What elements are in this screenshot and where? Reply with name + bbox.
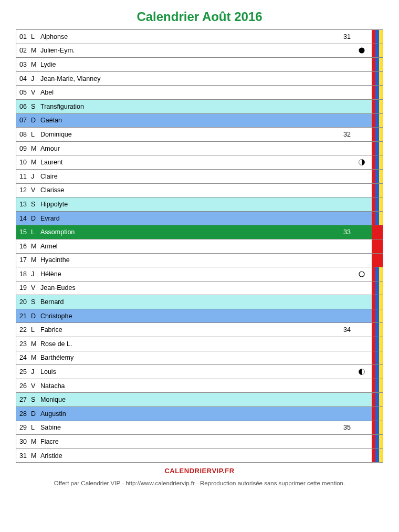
saint-name: Claire [40,173,369,180]
day-number: 07 [19,117,31,124]
day-number: 09 [19,145,31,152]
day-number: 21 [19,312,31,320]
stripe-blue [375,170,379,183]
calendar-row: 26VNatacha [16,379,383,393]
calendar-row: 18JHélène [16,267,383,281]
vacation-stripes [372,351,383,365]
calendar-row: 11JClaire [16,170,383,184]
calendar-row: 03MLydie [16,58,383,72]
stripe-yellow [379,212,383,225]
stripe-yellow [379,100,383,113]
vacation-stripes [372,435,383,448]
vacation-stripes [372,225,383,239]
saint-name: Abel [40,89,369,96]
stripe-blue [375,337,379,351]
day-of-week: M [31,340,40,348]
week-number: 35 [343,424,351,431]
saint-name: Natacha [40,382,369,390]
week-number: 33 [343,228,351,236]
stripe-red [372,337,375,351]
stripe-yellow [379,267,383,281]
day-number: 24 [19,354,31,361]
calendar-row: 04JJean-Marie, Vianney [16,72,383,86]
stripe-red [372,254,375,267]
calendar-row: 01LAlphonse31 [16,30,383,44]
saint-name: Louis [40,368,369,375]
calendar-row: 22LFabrice34 [16,323,383,337]
vacation-stripes [372,155,383,169]
stripe-yellow [379,170,383,183]
stripe-blue [375,197,379,211]
stripe-blue [375,449,379,463]
stripe-red [372,281,375,295]
calendar-row: 23MRose de L. [16,337,383,351]
vacation-stripes [372,170,383,183]
calendar-row: 24MBarthélemy [16,351,383,366]
stripe-blue [375,365,379,379]
day-of-week: S [31,103,40,110]
stripe-yellow [379,323,383,337]
stripe-red [372,128,375,141]
vacation-stripes [372,58,383,71]
calendar-row: 19VJean-Eudes [16,281,383,296]
day-number: 27 [19,396,31,403]
day-cell: 17MHyacinthe [16,254,372,267]
saint-name: Assomption [40,228,369,236]
day-cell: 30MFiacre [16,435,372,448]
vacation-stripes [372,337,383,351]
moon-phase-icon [358,47,365,54]
stripe-yellow [379,337,383,351]
stripe-yellow [379,295,383,309]
day-cell: 20SBernard [16,295,372,309]
calendar-row: 10MLaurent [16,155,383,170]
stripe-red [379,225,383,239]
stripe-blue [375,351,379,365]
day-number: 06 [19,103,31,110]
stripe-blue [375,267,379,281]
svg-point-0 [359,48,365,54]
day-cell: 16MArmel [16,239,372,253]
saint-name: Bernard [40,298,369,306]
calendar-row: 14DEvrard [16,212,383,226]
vacation-stripes [372,239,383,253]
stripe-red [372,72,375,86]
saint-name: Fabrice [40,326,369,333]
day-of-week: M [31,243,40,250]
day-number: 17 [19,256,31,264]
stripe-red [372,58,375,71]
stripe-red [375,254,379,267]
vacation-stripes [372,449,383,463]
calendar-row: 06STransfiguration [16,100,383,114]
calendar-row: 27SMonique [16,393,383,407]
vacation-stripes [372,407,383,421]
vacation-stripes [372,254,383,267]
vacation-stripes [372,365,383,379]
day-number: 28 [19,410,31,418]
saint-name: Lydie [40,61,369,68]
stripe-blue [375,323,379,337]
stripe-blue [375,114,379,128]
stripe-blue [375,155,379,169]
saint-name: Armel [40,243,369,250]
page-title: Calendrier Août 2016 [16,9,383,24]
saint-name: Sabine [40,424,369,431]
vacation-stripes [372,128,383,141]
stripe-red [372,197,375,211]
vacation-stripes [372,197,383,211]
saint-name: Rose de L. [40,340,369,348]
day-cell: 14DEvrard [16,212,372,225]
day-cell: 31MAristide [16,449,372,463]
stripe-blue [375,184,379,197]
vacation-stripes [372,421,383,435]
day-cell: 15LAssomption33 [16,225,372,239]
stripe-yellow [379,128,383,141]
vacation-stripes [372,142,383,155]
day-number: 30 [19,438,31,445]
stripe-blue [375,86,379,99]
stripe-red [372,407,375,421]
week-number: 32 [343,131,351,138]
stripe-red [372,351,375,365]
stripe-red [375,225,379,239]
day-number: 14 [19,215,31,222]
stripe-yellow [379,351,383,365]
